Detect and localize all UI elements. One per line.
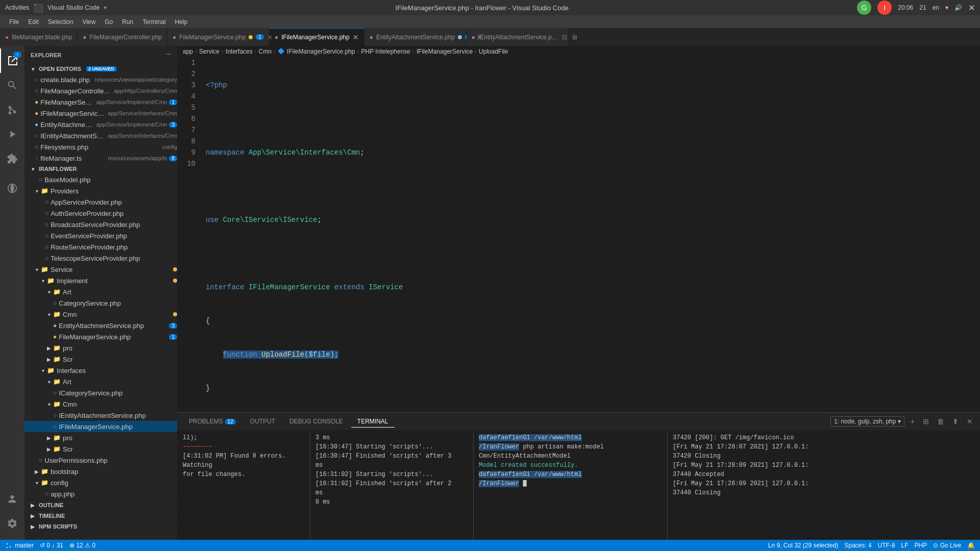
terminal-add-btn[interactable]: + (909, 416, 917, 427)
status-sync[interactable]: ↺ 0 ↓ 31 (40, 542, 63, 549)
tree-service-folder[interactable]: ▾ 📁 Service (24, 264, 177, 275)
terminal-tab-problems[interactable]: PROBLEMS12 (183, 416, 242, 427)
tree-interfaces-folder[interactable]: ▾ 📁 Interfaces (24, 365, 177, 376)
tab-filemanager-controller[interactable]: ● FileManagerController.php (78, 28, 167, 46)
terminal-tab-output[interactable]: OUTPUT (244, 416, 281, 427)
terminal-close-btn[interactable]: ✕ (965, 416, 975, 427)
open-file-create-blade[interactable]: ○ create.blade.php resources/views/app/a… (24, 74, 177, 85)
tree-basemodel[interactable]: ○ BaseModel.php (24, 174, 177, 185)
open-file-entity[interactable]: ● EntityAttachmentService.php app/Servic… (24, 119, 177, 130)
activities-label[interactable]: Activities (5, 4, 29, 11)
breadcrumb-php-intelephense[interactable]: PHP Intelephense (361, 48, 411, 55)
volume-icon[interactable]: 🔊 (954, 4, 962, 11)
open-editors-header[interactable]: ▾ OPEN EDITORS 2 UNSAVED (24, 64, 177, 74)
terminal-pane-right-right[interactable]: 37420 [200]: GET /img/favicon.ico [Fri M… (668, 431, 980, 540)
status-bell[interactable]: 🔔 (967, 542, 975, 549)
code-content[interactable]: <?php namespace App\Service\Interfaces\C… (201, 57, 980, 412)
tree-categoryservice[interactable]: ○ CategoryService.php (24, 297, 177, 309)
status-live-share[interactable]: ⊙ Go Live (933, 542, 961, 549)
tab-filemanager-blade[interactable]: ● fileManager.blade.php (0, 28, 78, 46)
terminal-select[interactable]: 1: node, gulp, zsh, php ▾ (830, 416, 904, 427)
outline-header[interactable]: ▶ OUTLINE (24, 500, 177, 510)
project-header[interactable]: ▾ IRANFLOWER (24, 164, 177, 174)
tab-ifilemanager-service[interactable]: ● IFileManagerService.php ✕ (270, 28, 364, 46)
tree-eventserviceprovider[interactable]: ○ EventServiceProvider.php (24, 230, 177, 241)
status-spaces[interactable]: Spaces: 4 (844, 542, 871, 549)
tree-scr-folder[interactable]: ▶ 📁 Scr (24, 354, 177, 365)
tree-interfaces-scr[interactable]: ▶ 📁 Scr (24, 443, 177, 455)
tree-app-php[interactable]: ○ app.php (24, 488, 177, 499)
open-file-service[interactable]: ● FileManagerService.php app/Service/Imp… (24, 96, 177, 108)
tree-providers[interactable]: ▾ 📁 Providers (24, 185, 177, 196)
tab-filemanager-service[interactable]: ● FileManagerService.php 1 ✕ (167, 28, 270, 46)
tab-ientity-split[interactable]: ⊡ (562, 34, 567, 41)
terminal-pane-right-left[interactable]: dafaefaef1enG1 /var/www/html /IranFlower… (474, 431, 668, 540)
tree-bootstrap[interactable]: ▶ 📁 bootstrap (24, 466, 177, 477)
tab-entity-attachment-service[interactable]: ● EntityAttachmentService.php 3 ✕ (364, 28, 467, 46)
status-ln-col[interactable]: Ln 9, Col 32 (29 selected) (768, 542, 838, 549)
tree-ientityattachment[interactable]: ○ IEntityAttachmentService.php (24, 410, 177, 421)
tree-cmn-folder[interactable]: ▾ 📁 Cmn (24, 309, 177, 320)
breadcrumb-interfaces[interactable]: Interfaces (226, 48, 253, 55)
close-btn[interactable]: ✕ (968, 3, 975, 13)
breadcrumb-app[interactable]: app (183, 48, 193, 55)
breadcrumb-filename[interactable]: IFileManagerService.php (287, 48, 355, 55)
activity-settings[interactable] (0, 511, 24, 536)
menu-selection[interactable]: Selection (44, 17, 77, 27)
menu-view[interactable]: View (78, 17, 100, 27)
tree-pro-folder[interactable]: ▶ 📁 pro (24, 342, 177, 354)
menu-edit[interactable]: Edit (24, 17, 43, 27)
tree-art-folder[interactable]: ▾ 📁 Art (24, 286, 177, 297)
activity-account[interactable] (0, 487, 24, 511)
tree-interfaces-cmn[interactable]: ▾ 📁 Cmn (24, 398, 177, 410)
status-branch[interactable]: master (5, 542, 34, 549)
breadcrumb-interface[interactable]: IFileManagerService (416, 48, 473, 55)
code-editor[interactable]: 1 2 3 4 5 6 7 8 9 10 <?php namespace App… (178, 57, 980, 412)
tab-entity-close[interactable]: ✕ (476, 33, 482, 41)
menu-help[interactable]: Help (171, 17, 192, 27)
tree-telescopeserviceprovider[interactable]: ○ TelescopeServiceProvider.php (24, 253, 177, 264)
terminal-pane-left[interactable]: ll); ~~~~~~~~ [4:31:02 PM] Found 8 error… (178, 431, 310, 540)
tab-service-close[interactable]: ✕ (267, 33, 273, 41)
terminal-tab-terminal[interactable]: TERMINAL (351, 416, 395, 428)
open-file-ientity[interactable]: ○ IEntityAttachmentService.php app/Servi… (24, 130, 177, 141)
tree-ifilemanager[interactable]: ○ IFileManagerService.php (24, 421, 177, 432)
status-encoding[interactable]: UTF-8 (878, 542, 895, 549)
terminal-maximize-btn[interactable]: ⬆ (950, 416, 961, 427)
terminal-trash-btn[interactable]: 🗑 (935, 416, 946, 427)
activity-search[interactable] (0, 73, 24, 97)
tree-filemanager-service[interactable]: ● FileManagerService.php 1 (24, 331, 177, 342)
tree-authserviceprovider[interactable]: ○ AuthServiceProvider.php (24, 208, 177, 219)
menu-terminal[interactable]: Terminal (138, 17, 169, 27)
sidebar-more-icon[interactable]: ⋯ (165, 52, 171, 58)
terminal-split-btn[interactable]: ⊞ (921, 416, 931, 427)
activity-explorer[interactable]: ! (0, 48, 24, 73)
terminal-tab-debug-console[interactable]: DEBUG CONSOLE (283, 416, 349, 427)
tree-appserviceprovider[interactable]: ○ AppServiceProvider.php (24, 196, 177, 208)
menu-go[interactable]: Go (101, 17, 117, 27)
breadcrumb-service[interactable]: Service (199, 48, 219, 55)
app-name-label[interactable]: Visual Studio Code (47, 4, 100, 11)
tree-entity-attachment[interactable]: ● EntityAttachmentService.php 3 (24, 320, 177, 331)
open-file-filemanger-ts[interactable]: ○ fileManager.ts resources/assets/app/ts… (24, 153, 177, 164)
status-errors[interactable]: ⊗ 12 ⚠ 0 (69, 542, 95, 549)
terminal-pane-middle[interactable]: 3 ms [16:30:47] Starting 'scripts'... [1… (310, 431, 474, 540)
open-file-controller[interactable]: ○ FileManagerController.php app/Http/Con… (24, 85, 177, 96)
breadcrumb-method[interactable]: UploadFile (479, 48, 508, 55)
tab-ientity-layout[interactable]: ⊞ (572, 34, 577, 41)
status-language[interactable]: PHP (915, 542, 927, 549)
tree-broadcastserviceprovider[interactable]: ○ BroadcastServiceProvider.php (24, 219, 177, 230)
tree-config[interactable]: ▾ 📁 config (24, 477, 177, 488)
activity-run[interactable] (0, 122, 24, 146)
tab-iservice-close[interactable]: ✕ (353, 33, 359, 41)
breadcrumb-cmn[interactable]: Cmn (259, 48, 272, 55)
activity-extensions[interactable] (0, 146, 24, 171)
tree-interfaces-pro[interactable]: ▶ 📁 pro (24, 432, 177, 443)
tree-userpermissions[interactable]: ○ UserPermissions.php (24, 455, 177, 466)
tree-implement-folder[interactable]: ▾ 📁 Implement (24, 275, 177, 286)
activity-source-control[interactable] (0, 97, 24, 122)
open-file-iservice[interactable]: ● IFileManagerService.php app/Service/In… (24, 108, 177, 119)
tree-icategoryservice[interactable]: ○ ICategoryService.php (24, 387, 177, 398)
menu-file[interactable]: File (5, 17, 23, 27)
npm-scripts-header[interactable]: ▶ NPM SCRIPTS (24, 521, 177, 532)
